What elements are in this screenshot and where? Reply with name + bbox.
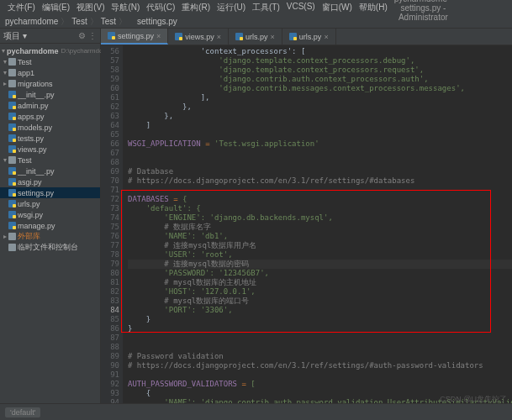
window-title: pycharmdome - settings.py - Administrato…: [390, 0, 457, 22]
tree-item[interactable]: apps.py: [0, 111, 100, 122]
tree-root[interactable]: ▾ pycharmdome D:\pycharmdome: [0, 45, 100, 56]
code-editor[interactable]: 5657585960616263646566676869707172737475…: [101, 45, 512, 403]
tree-item[interactable]: wsgi.py: [0, 209, 100, 220]
python-icon: [289, 33, 297, 40]
tree-item[interactable]: admin.py: [0, 100, 100, 111]
editor-tab[interactable]: urls.py×: [282, 29, 336, 45]
close-icon[interactable]: ×: [324, 33, 328, 41]
close-icon[interactable]: ×: [156, 32, 161, 40]
menu-item[interactable]: 文件(F): [5, 1, 38, 14]
python-icon: [108, 32, 115, 39]
python-icon: [8, 222, 16, 229]
python-icon: [8, 134, 16, 142]
python-icon: [8, 102, 16, 109]
gear-icon[interactable]: ⚙ ⋮: [78, 31, 97, 40]
tree-item[interactable]: manage.py: [0, 220, 100, 231]
titlebar: 文件(F)编辑(E)视图(V)导航(N)代码(C)重构(R)运行(U)工具(T)…: [0, 0, 512, 15]
breadcrumb-item[interactable]: Test: [71, 17, 87, 26]
menu-item[interactable]: 工具(T): [250, 1, 282, 14]
main-container: 项目 ▾ ⚙ ⋮ ▾ pycharmdome D:\pycharmdome ▾T…: [0, 29, 512, 403]
project-sidebar: 项目 ▾ ⚙ ⋮ ▾ pycharmdome D:\pycharmdome ▾T…: [0, 29, 101, 403]
main-menu[interactable]: 文件(F)编辑(E)视图(V)导航(N)代码(C)重构(R)运行(U)工具(T)…: [5, 1, 390, 14]
project-tree[interactable]: ▾ pycharmdome D:\pycharmdome ▾Test▾app1▸…: [0, 44, 100, 255]
folder-icon: [8, 58, 16, 66]
python-icon: [8, 211, 16, 218]
python-icon: [8, 189, 16, 197]
close-icon[interactable]: ×: [271, 33, 275, 41]
python-icon: [8, 178, 16, 186]
editor-tabs[interactable]: settings.py×views.py×urls.py×urls.py×: [101, 29, 512, 45]
folder-icon: [8, 80, 16, 87]
breadcrumb-root[interactable]: pycharmdome: [5, 17, 58, 26]
menu-item[interactable]: VCS(S): [284, 1, 318, 14]
tree-item[interactable]: ▸外部库: [0, 231, 100, 242]
tree-item[interactable]: __init__.py: [0, 165, 100, 176]
menu-item[interactable]: 运行(U): [214, 1, 248, 14]
tree-item[interactable]: models.py: [0, 122, 100, 133]
code-content[interactable]: 'context_processors': [ 'django.template…: [123, 45, 512, 403]
editor-tab[interactable]: settings.py×: [101, 29, 168, 45]
breadcrumb-file[interactable]: settings.py: [137, 17, 177, 26]
tree-item[interactable]: ▸migrations: [0, 78, 100, 89]
python-icon: [8, 200, 16, 207]
tree-item[interactable]: urls.py: [0, 198, 100, 209]
annotation-box: [0, 255, 62, 278]
tree-item[interactable]: __init__.py: [0, 89, 100, 100]
breadcrumb-item[interactable]: Test: [101, 17, 116, 26]
status-bar: 'default': [0, 403, 512, 420]
sidebar-header[interactable]: 项目 ▾ ⚙ ⋮: [0, 29, 100, 44]
editor-area: settings.py×views.py×urls.py×urls.py× 56…: [101, 29, 512, 403]
tree-item[interactable]: ▾Test: [0, 56, 100, 67]
tree-item[interactable]: tests.py: [0, 133, 100, 144]
folder-icon: [8, 156, 16, 164]
sidebar-title[interactable]: 项目 ▾: [3, 30, 27, 42]
menu-item[interactable]: 窗口(W): [319, 1, 355, 14]
line-gutter[interactable]: 5657585960616263646566676869707172737475…: [101, 45, 123, 403]
python-icon: [8, 167, 16, 175]
menu-item[interactable]: 帮助(H): [356, 1, 390, 14]
tree-item[interactable]: views.py: [0, 144, 100, 155]
python-icon: [8, 123, 16, 131]
python-icon: [129, 18, 137, 25]
python-icon: [8, 91, 16, 98]
menu-item[interactable]: 视图(V): [74, 1, 107, 14]
python-icon: [8, 113, 16, 120]
menu-item[interactable]: 编辑(E): [40, 1, 72, 14]
tree-item[interactable]: settings.py: [0, 187, 100, 198]
python-icon: [175, 33, 182, 40]
tree-item[interactable]: ▾Test: [0, 155, 100, 165]
folder-icon: [8, 69, 16, 76]
tree-item[interactable]: ▾app1: [0, 67, 100, 78]
editor-tab[interactable]: views.py×: [168, 29, 229, 45]
python-icon: [235, 33, 243, 40]
python-icon: [8, 145, 16, 153]
status-breadcrumb[interactable]: 'default': [5, 407, 40, 417]
menu-item[interactable]: 导航(N): [108, 1, 142, 14]
editor-tab[interactable]: urls.py×: [229, 29, 282, 45]
tree-item[interactable]: asgi.py: [0, 176, 100, 187]
folder-icon: [8, 233, 16, 240]
tree-item[interactable]: 临时文件和控制台: [0, 242, 100, 253]
menu-item[interactable]: 重构(R): [179, 1, 213, 14]
folder-icon: [8, 244, 16, 251]
menu-item[interactable]: 代码(C): [144, 1, 177, 14]
close-icon[interactable]: ×: [217, 33, 221, 41]
